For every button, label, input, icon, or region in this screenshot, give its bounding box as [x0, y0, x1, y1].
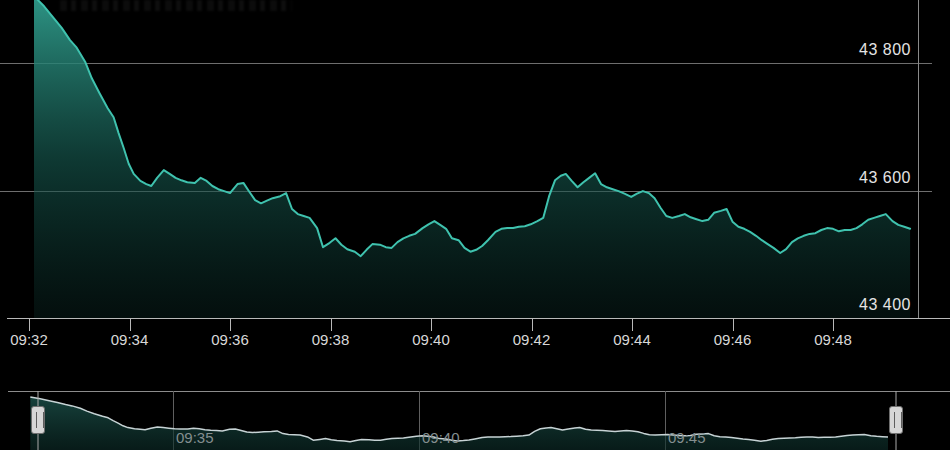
x-axis-label: 09:40	[412, 331, 450, 348]
x-axis-label: 09:36	[211, 331, 249, 348]
x-axis-label: 09:34	[111, 331, 149, 348]
navigator-track[interactable]	[0, 391, 950, 450]
x-axis-label: 09:42	[513, 331, 551, 348]
x-axis-label: 09:46	[714, 331, 752, 348]
price-chart: 43 40043 60043 80009:3209:3409:3609:3809…	[0, 0, 950, 450]
chart-plot-area[interactable]	[0, 0, 950, 318]
handle-grip-icon	[894, 412, 902, 428]
navigator-right-handle[interactable]	[889, 406, 903, 434]
x-axis-label: 09:38	[312, 331, 350, 348]
x-axis-ticks	[30, 318, 834, 331]
x-axis-label: 09:32	[10, 331, 48, 348]
navigator-left-handle[interactable]	[31, 406, 45, 434]
y-axis-label: 43 800	[859, 41, 911, 59]
y-axis-label: 43 600	[859, 169, 911, 187]
x-axis-label: 09:44	[613, 331, 651, 348]
x-axis-label: 09:48	[814, 331, 852, 348]
y-axis-label: 43 400	[859, 296, 911, 314]
handle-grip-icon	[36, 412, 44, 428]
